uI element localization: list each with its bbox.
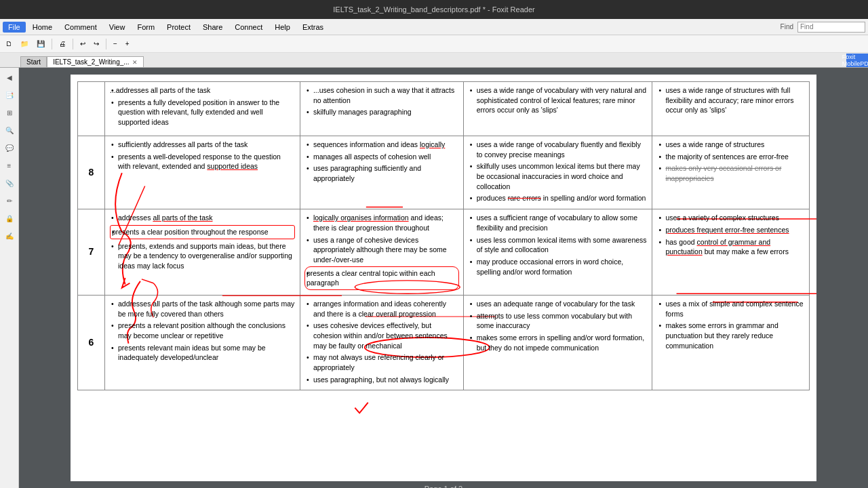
toolbar-undo[interactable]: ↩ bbox=[77, 39, 88, 49]
coherence-6: arranges information and ideas coherentl… bbox=[300, 295, 463, 390]
task-cell-top: ...addresses all parts of the task prese… bbox=[105, 82, 300, 136]
lexical-cell-top: uses a wide range of vocabulary with ver… bbox=[463, 82, 652, 136]
menu-form[interactable]: Form bbox=[132, 22, 160, 33]
score-6: 6 bbox=[78, 295, 105, 390]
menu-file[interactable]: File bbox=[3, 22, 26, 33]
circle-central-topic: presents a clear central topic within ea… bbox=[307, 269, 435, 287]
sidebar-attach-icon[interactable]: 📎 bbox=[3, 176, 16, 190]
menu-view[interactable]: View bbox=[104, 22, 131, 33]
underline-logically-organises: logically organises information bbox=[313, 214, 409, 222]
strikethrough-band8-last: makes only very occasional errors or ina… bbox=[665, 164, 781, 182]
lexical-6: uses an adequate range of vocabulary for… bbox=[463, 295, 652, 390]
score-7: 7 bbox=[78, 209, 105, 296]
toolbar-sep1 bbox=[52, 39, 52, 49]
table-row-8: 8 sufficiently addresses all parts of th… bbox=[78, 136, 810, 209]
left-sidebar: ◀ 📑 ⊞ 🔍 💬 ≡ 📎 ✏ 🔒 ✍ bbox=[0, 68, 19, 488]
coherence-8: sequences information and ideas logicall… bbox=[300, 136, 463, 209]
table-row-7: 7 addresses all parts of the task presen… bbox=[78, 209, 810, 296]
menu-protect[interactable]: Protect bbox=[161, 22, 196, 33]
page-number: Page 1 of 2 bbox=[425, 485, 462, 488]
toolbar-open[interactable]: 📁 bbox=[18, 39, 31, 49]
pdf-page: ...addresses all parts of the task prese… bbox=[71, 75, 816, 481]
coherence-7: logically organises information and idea… bbox=[300, 209, 463, 296]
toolbar: 🗋 📁 💾 🖨 ↩ ↪ − + bbox=[0, 35, 868, 53]
menu-comment[interactable]: Comment bbox=[59, 22, 102, 33]
lexical-8: uses a wide range of vocabulary fluently… bbox=[463, 136, 652, 209]
title-bar: IELTS_task_2_Writing_band_descriptors.pd… bbox=[0, 0, 868, 19]
tab-start-label: Start bbox=[26, 58, 41, 66]
tab-ielts-label: IELTS_task_2_Writing_... bbox=[53, 58, 129, 66]
menu-help[interactable]: Help bbox=[269, 22, 296, 33]
score-8: 8 bbox=[78, 136, 105, 209]
menu-home[interactable]: Home bbox=[27, 22, 58, 33]
score-cell-top bbox=[78, 82, 105, 136]
menu-share[interactable]: Share bbox=[197, 22, 228, 33]
toolbar-sep2 bbox=[73, 39, 73, 49]
sidebar-bookmark-icon[interactable]: 📑 bbox=[3, 88, 16, 102]
sidebar-pen-icon[interactable]: ✏ bbox=[3, 194, 16, 207]
menu-bar: File Home Comment View Form Protect Shar… bbox=[0, 19, 868, 35]
sidebar-sign-icon[interactable]: ✍ bbox=[3, 229, 16, 243]
table-row-top: ...addresses all parts of the task prese… bbox=[78, 82, 810, 136]
toolbar-redo[interactable]: ↪ bbox=[91, 39, 102, 49]
underline-error-free: produces frequent error-free sentences bbox=[665, 226, 789, 234]
menu-connect[interactable]: Connect bbox=[229, 22, 268, 33]
ielts-table: ...addresses all parts of the task prese… bbox=[77, 81, 810, 390]
box-clear-position: presents a clear position throughout the… bbox=[112, 228, 269, 236]
sidebar-search-icon[interactable]: 🔍 bbox=[3, 123, 16, 137]
title-text: IELTS_task_2_Writing_band_descriptors.pd… bbox=[333, 5, 534, 14]
range-cohesive: uses a range of cohesive devices appropr… bbox=[313, 236, 447, 264]
toolbar-sep3 bbox=[106, 39, 106, 49]
task-7: addresses all parts of the task presents… bbox=[105, 209, 300, 296]
tab-close-icon[interactable]: ✕ bbox=[132, 59, 138, 66]
lexical-7: uses a sufficient range of vocabulary to… bbox=[463, 209, 652, 296]
sidebar-pages-icon[interactable]: ⊞ bbox=[3, 106, 16, 119]
coherence-cell-top: ...uses cohesion in such a way that it a… bbox=[300, 82, 463, 136]
find-label: Find bbox=[781, 23, 793, 30]
toolbar-new[interactable]: 🗋 bbox=[3, 39, 15, 49]
foxit-mobile-label: Foxit MobilePDF bbox=[842, 54, 868, 67]
table-row-6: 6 addresses all parts of the task althou… bbox=[78, 295, 810, 390]
grammatical-6: uses a mix of simple and complex sentenc… bbox=[652, 295, 810, 390]
underline-control: control of grammar and punctuation bbox=[665, 238, 770, 256]
underline-logically-8: logically bbox=[420, 140, 445, 148]
toolbar-zoom-out[interactable]: − bbox=[111, 39, 120, 49]
main-layout: ◀ 📑 ⊞ 🔍 💬 ≡ 📎 ✏ 🔒 ✍ bbox=[0, 68, 868, 488]
underline-supported-ideas: supported ideas bbox=[207, 162, 258, 170]
grammatical-7: uses a variety of complex structures pro… bbox=[652, 209, 810, 296]
sidebar-lock-icon[interactable]: 🔒 bbox=[3, 211, 16, 225]
sidebar-layers-icon[interactable]: ≡ bbox=[3, 159, 16, 172]
underline-all-parts: all parts of the task bbox=[153, 214, 212, 222]
toolbar-zoom-in[interactable]: + bbox=[123, 39, 132, 49]
grammatical-cell-top: uses a wide range of structures with ful… bbox=[652, 82, 810, 136]
task-6: addresses all parts of the task although… bbox=[105, 295, 300, 390]
toolbar-print[interactable]: 🖨 bbox=[56, 39, 68, 49]
find-input[interactable] bbox=[797, 22, 865, 33]
sidebar-comment-icon[interactable]: 💬 bbox=[3, 141, 16, 155]
sidebar-nav-icon[interactable]: ◀ bbox=[3, 70, 16, 84]
tab-bar: Start IELTS_task_2_Writing_... ✕ Foxit M… bbox=[0, 53, 868, 68]
task-8: sufficiently addresses all parts of the … bbox=[105, 136, 300, 209]
grammatical-8: uses a wide range of structures the majo… bbox=[652, 136, 810, 209]
strikethrough-rare: rare errors bbox=[508, 194, 541, 202]
tab-start[interactable]: Start bbox=[20, 56, 47, 67]
toolbar-save[interactable]: 💾 bbox=[34, 39, 47, 49]
main-content: ...addresses all parts of the task prese… bbox=[19, 68, 868, 488]
tab-ielts[interactable]: IELTS_task_2_Writing_... ✕ bbox=[47, 56, 143, 67]
menu-extras[interactable]: Extras bbox=[297, 22, 329, 33]
